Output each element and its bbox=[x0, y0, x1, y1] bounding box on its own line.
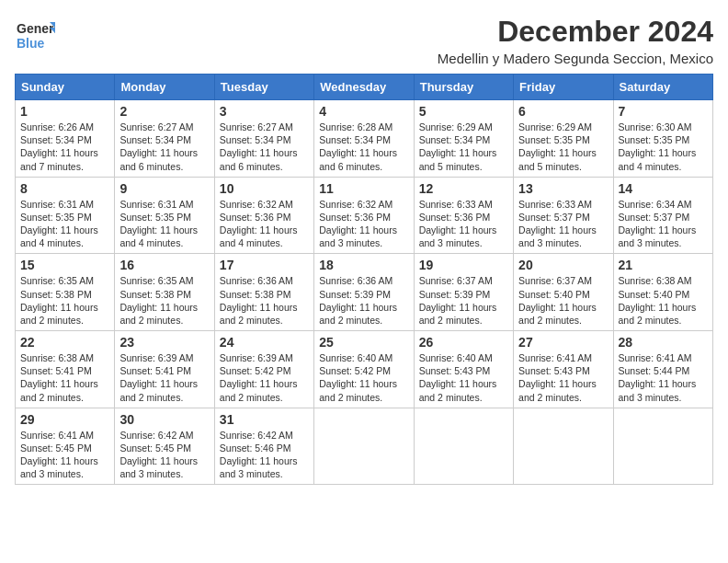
calendar-cell: 5Sunrise: 6:29 AMSunset: 5:34 PMDaylight… bbox=[414, 100, 513, 178]
day-number: 14 bbox=[619, 181, 708, 196]
day-info: Sunrise: 6:26 AMSunset: 5:34 PMDaylight:… bbox=[20, 121, 109, 173]
day-info: Sunrise: 6:31 AMSunset: 5:35 PMDaylight:… bbox=[119, 198, 209, 250]
calendar-cell: 21Sunrise: 6:38 AMSunset: 5:40 PMDayligh… bbox=[613, 254, 712, 331]
day-number: 28 bbox=[619, 335, 708, 350]
day-info: Sunrise: 6:38 AMSunset: 5:40 PMDaylight:… bbox=[619, 274, 708, 327]
day-number: 24 bbox=[220, 335, 309, 350]
day-info: Sunrise: 6:40 AMSunset: 5:42 PMDaylight:… bbox=[319, 351, 408, 404]
calendar-cell: 28Sunrise: 6:41 AMSunset: 5:44 PMDayligh… bbox=[613, 331, 712, 408]
calendar-cell: 11Sunrise: 6:32 AMSunset: 5:36 PMDayligh… bbox=[314, 177, 414, 254]
day-info: Sunrise: 6:36 AMSunset: 5:38 PMDaylight:… bbox=[220, 274, 309, 327]
logo-icon: General Blue bbox=[15, 15, 55, 55]
day-number: 2 bbox=[119, 104, 209, 119]
day-info: Sunrise: 6:37 AMSunset: 5:39 PMDaylight:… bbox=[419, 274, 508, 327]
day-info: Sunrise: 6:41 AMSunset: 5:43 PMDaylight:… bbox=[518, 351, 608, 404]
day-number: 6 bbox=[518, 104, 608, 119]
weekday-header-friday: Friday bbox=[514, 75, 613, 100]
day-number: 10 bbox=[220, 181, 309, 196]
week-row-3: 15Sunrise: 6:35 AMSunset: 5:38 PMDayligh… bbox=[16, 254, 713, 331]
calendar-cell: 10Sunrise: 6:32 AMSunset: 5:36 PMDayligh… bbox=[214, 177, 313, 254]
calendar-cell: 14Sunrise: 6:34 AMSunset: 5:37 PMDayligh… bbox=[613, 177, 712, 254]
calendar-cell bbox=[414, 408, 513, 485]
week-row-5: 29Sunrise: 6:41 AMSunset: 5:45 PMDayligh… bbox=[16, 408, 713, 485]
calendar-cell: 20Sunrise: 6:37 AMSunset: 5:40 PMDayligh… bbox=[514, 254, 613, 331]
day-number: 30 bbox=[119, 412, 209, 427]
month-year-title: December 2024 bbox=[438, 15, 713, 49]
calendar-table: SundayMondayTuesdayWednesdayThursdayFrid… bbox=[15, 74, 713, 485]
day-number: 15 bbox=[20, 258, 109, 272]
location-subtitle: Medellin y Madero Segunda Seccion, Mexic… bbox=[438, 51, 713, 66]
calendar-cell: 12Sunrise: 6:33 AMSunset: 5:36 PMDayligh… bbox=[414, 177, 513, 254]
calendar-cell: 22Sunrise: 6:38 AMSunset: 5:41 PMDayligh… bbox=[16, 331, 115, 408]
day-number: 3 bbox=[220, 104, 309, 119]
week-row-1: 1Sunrise: 6:26 AMSunset: 5:34 PMDaylight… bbox=[16, 100, 713, 178]
day-number: 8 bbox=[20, 181, 109, 196]
day-info: Sunrise: 6:29 AMSunset: 5:34 PMDaylight:… bbox=[419, 121, 508, 173]
calendar-cell: 18Sunrise: 6:36 AMSunset: 5:39 PMDayligh… bbox=[314, 254, 414, 331]
logo: General Blue bbox=[15, 15, 55, 59]
day-info: Sunrise: 6:39 AMSunset: 5:42 PMDaylight:… bbox=[220, 351, 309, 404]
day-info: Sunrise: 6:42 AMSunset: 5:46 PMDaylight:… bbox=[220, 429, 309, 481]
day-number: 22 bbox=[20, 335, 109, 350]
calendar-cell: 1Sunrise: 6:26 AMSunset: 5:34 PMDaylight… bbox=[16, 100, 115, 178]
calendar-cell: 2Sunrise: 6:27 AMSunset: 5:34 PMDaylight… bbox=[115, 100, 214, 178]
weekday-header-tuesday: Tuesday bbox=[214, 75, 313, 100]
day-info: Sunrise: 6:37 AMSunset: 5:40 PMDaylight:… bbox=[518, 274, 608, 327]
day-info: Sunrise: 6:42 AMSunset: 5:45 PMDaylight:… bbox=[119, 429, 209, 481]
calendar-cell bbox=[314, 408, 414, 485]
day-number: 12 bbox=[419, 181, 508, 196]
day-info: Sunrise: 6:33 AMSunset: 5:36 PMDaylight:… bbox=[419, 198, 508, 250]
day-info: Sunrise: 6:32 AMSunset: 5:36 PMDaylight:… bbox=[220, 198, 309, 250]
day-number: 27 bbox=[518, 335, 608, 350]
calendar-cell: 23Sunrise: 6:39 AMSunset: 5:41 PMDayligh… bbox=[115, 331, 214, 408]
day-number: 1 bbox=[20, 104, 109, 119]
calendar-cell bbox=[514, 408, 613, 485]
day-info: Sunrise: 6:34 AMSunset: 5:37 PMDaylight:… bbox=[619, 198, 708, 250]
calendar-cell: 8Sunrise: 6:31 AMSunset: 5:35 PMDaylight… bbox=[16, 177, 115, 254]
calendar-cell: 15Sunrise: 6:35 AMSunset: 5:38 PMDayligh… bbox=[16, 254, 115, 331]
svg-text:General: General bbox=[17, 21, 55, 36]
day-info: Sunrise: 6:38 AMSunset: 5:41 PMDaylight:… bbox=[20, 351, 109, 404]
calendar-cell: 19Sunrise: 6:37 AMSunset: 5:39 PMDayligh… bbox=[414, 254, 513, 331]
calendar-cell: 29Sunrise: 6:41 AMSunset: 5:45 PMDayligh… bbox=[16, 408, 115, 485]
calendar-cell: 4Sunrise: 6:28 AMSunset: 5:34 PMDaylight… bbox=[314, 100, 414, 178]
weekday-header-saturday: Saturday bbox=[613, 75, 712, 100]
day-info: Sunrise: 6:36 AMSunset: 5:39 PMDaylight:… bbox=[319, 274, 408, 327]
day-number: 21 bbox=[619, 258, 708, 272]
day-info: Sunrise: 6:41 AMSunset: 5:44 PMDaylight:… bbox=[619, 351, 708, 404]
calendar-cell: 7Sunrise: 6:30 AMSunset: 5:35 PMDaylight… bbox=[613, 100, 712, 178]
day-number: 13 bbox=[518, 181, 608, 196]
week-row-4: 22Sunrise: 6:38 AMSunset: 5:41 PMDayligh… bbox=[16, 331, 713, 408]
calendar-cell: 13Sunrise: 6:33 AMSunset: 5:37 PMDayligh… bbox=[514, 177, 613, 254]
day-info: Sunrise: 6:27 AMSunset: 5:34 PMDaylight:… bbox=[220, 121, 309, 173]
day-info: Sunrise: 6:28 AMSunset: 5:34 PMDaylight:… bbox=[319, 121, 408, 173]
calendar-cell: 3Sunrise: 6:27 AMSunset: 5:34 PMDaylight… bbox=[214, 100, 313, 178]
calendar-cell: 31Sunrise: 6:42 AMSunset: 5:46 PMDayligh… bbox=[214, 408, 313, 485]
day-info: Sunrise: 6:41 AMSunset: 5:45 PMDaylight:… bbox=[20, 429, 109, 481]
svg-text:Blue: Blue bbox=[17, 36, 45, 51]
day-number: 19 bbox=[419, 258, 508, 272]
weekday-header-monday: Monday bbox=[115, 75, 214, 100]
day-number: 11 bbox=[319, 181, 408, 196]
day-info: Sunrise: 6:30 AMSunset: 5:35 PMDaylight:… bbox=[619, 121, 708, 173]
day-number: 31 bbox=[220, 412, 309, 427]
day-number: 18 bbox=[319, 258, 408, 272]
day-number: 17 bbox=[220, 258, 309, 272]
weekday-header-thursday: Thursday bbox=[414, 75, 513, 100]
title-block: December 2024 Medellin y Madero Segunda … bbox=[438, 15, 713, 66]
calendar-cell bbox=[613, 408, 712, 485]
calendar-cell: 27Sunrise: 6:41 AMSunset: 5:43 PMDayligh… bbox=[514, 331, 613, 408]
day-info: Sunrise: 6:29 AMSunset: 5:35 PMDaylight:… bbox=[518, 121, 608, 173]
day-info: Sunrise: 6:39 AMSunset: 5:41 PMDaylight:… bbox=[119, 351, 209, 404]
calendar-cell: 26Sunrise: 6:40 AMSunset: 5:43 PMDayligh… bbox=[414, 331, 513, 408]
day-info: Sunrise: 6:35 AMSunset: 5:38 PMDaylight:… bbox=[119, 274, 209, 327]
week-row-2: 8Sunrise: 6:31 AMSunset: 5:35 PMDaylight… bbox=[16, 177, 713, 254]
calendar-cell: 9Sunrise: 6:31 AMSunset: 5:35 PMDaylight… bbox=[115, 177, 214, 254]
calendar-cell: 6Sunrise: 6:29 AMSunset: 5:35 PMDaylight… bbox=[514, 100, 613, 178]
day-info: Sunrise: 6:40 AMSunset: 5:43 PMDaylight:… bbox=[419, 351, 508, 404]
calendar-cell: 25Sunrise: 6:40 AMSunset: 5:42 PMDayligh… bbox=[314, 331, 414, 408]
day-number: 9 bbox=[119, 181, 209, 196]
calendar-cell: 17Sunrise: 6:36 AMSunset: 5:38 PMDayligh… bbox=[214, 254, 313, 331]
calendar-cell: 16Sunrise: 6:35 AMSunset: 5:38 PMDayligh… bbox=[115, 254, 214, 331]
day-number: 29 bbox=[20, 412, 109, 427]
